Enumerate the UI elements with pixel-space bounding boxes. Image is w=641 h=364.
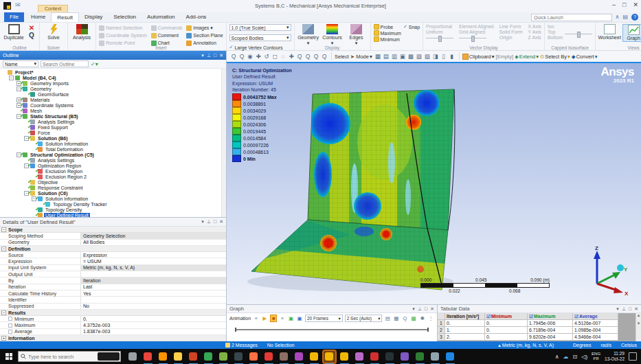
ribbon-tab-selection[interactable]: Selection — [108, 12, 142, 22]
tabular-panel-header[interactable]: Tabular Data ▾ ⊥ □ ✕ — [438, 305, 641, 313]
close-icon[interactable]: ✕ — [219, 53, 223, 58]
taskbar-app-icon[interactable] — [445, 351, 456, 363]
details-property-value[interactable] — [81, 297, 226, 302]
tree-item[interactable]: ✓Mesh — [0, 108, 221, 113]
taskbar-app-icon[interactable] — [384, 351, 396, 363]
options-icon[interactable]: ▤ — [622, 14, 628, 21]
column-header-iter[interactable]: Iteration [m/s²] — [445, 313, 485, 320]
tree-item[interactable]: ✓Force — [0, 130, 221, 135]
tree-item[interactable]: ✓Analysis Settings — [0, 119, 221, 124]
tree-item[interactable]: −✓Structural Optimization (C5) — [0, 152, 221, 157]
tree-item[interactable]: Project* — [0, 69, 221, 75]
tree-item[interactable]: ✓Topology Density — [0, 207, 221, 212]
details-property-value[interactable]: Last — [81, 284, 226, 290]
table-row[interactable]: 10.0.1.7945e-0064.5126e-007 — [438, 320, 641, 327]
taskbar-app-icon[interactable] — [324, 351, 335, 363]
checkbox-icon[interactable]: ☑ — [574, 314, 578, 319]
tree-item[interactable]: ✓Exclusion Region 2 — [0, 174, 221, 179]
details-property-value[interactable]: Iteration — [81, 277, 226, 283]
edge-filter-icon[interactable]: ▤ — [382, 52, 390, 60]
checkbox-icon[interactable]: ☑ — [486, 314, 491, 319]
node-filter-icon[interactable]: ▩ — [407, 52, 415, 60]
panel-menu-icon[interactable]: ▾ — [201, 53, 204, 58]
zoom-in-icon[interactable]: Q — [229, 52, 238, 60]
taskbar-app-icon[interactable] — [233, 351, 245, 363]
close-icon[interactable]: ✕ — [430, 306, 434, 312]
panel-menu-icon[interactable]: ▾ — [201, 219, 204, 225]
float-icon[interactable]: □ — [629, 306, 631, 312]
stop-icon[interactable]: ■ — [270, 315, 277, 322]
maximize-button[interactable]: □ — [622, 1, 626, 8]
details-property-value[interactable]: Metric (m, kg, N, s, V, A) — [81, 265, 226, 271]
table-row[interactable]: 21.0.6.7189e-0041.0985e-004 — [438, 327, 641, 334]
pin-icon[interactable]: ⊥ — [207, 53, 211, 58]
play-icon[interactable]: ▶ — [262, 315, 269, 322]
tree-item[interactable]: ✓Topology Density Tracker — [0, 201, 221, 207]
close-icon[interactable]: ✕ — [634, 306, 638, 312]
float-icon[interactable]: □ — [425, 306, 427, 312]
ribbon-tab-file[interactable]: File — [4, 12, 24, 22]
tree-item[interactable]: ✓Total Deformation — [0, 146, 221, 152]
insert-section-plane-button[interactable]: Section Plane — [186, 33, 223, 38]
column-header-avg[interactable]: ☑Average — [573, 313, 618, 320]
mesh-filter-icon[interactable]: ▧ — [423, 52, 431, 60]
collapse-icon[interactable]: − — [1, 310, 6, 315]
close-icon[interactable]: ✕ — [219, 219, 223, 225]
contours-button[interactable]: Contours▾ — [322, 24, 344, 45]
tree-item[interactable]: +✓Coordinate Systems — [0, 102, 221, 108]
ribbon-tab-automation[interactable]: Automation — [142, 12, 180, 22]
analysis-button[interactable]: Analysis — [71, 24, 93, 41]
model-3d-view[interactable] — [227, 63, 641, 304]
taskbar-app-icon[interactable] — [157, 351, 169, 363]
onedrive-cloud-icon[interactable]: ☁ — [563, 354, 569, 360]
table-row[interactable]: 32.0.9.6202e-0044.5466e-004 — [438, 334, 641, 341]
pan-icon[interactable]: ✚ — [254, 52, 262, 60]
graphics-viewport[interactable]: C: Structural Optimization User Defined … — [227, 63, 641, 304]
zoom-next-icon[interactable]: Q — [320, 52, 328, 60]
tree-item[interactable]: ✓Analysis Settings — [0, 157, 221, 163]
large-vertex-contours-checkbox[interactable]: ✓Large Vertex Contours — [229, 45, 283, 50]
collapse-icon[interactable]: − — [1, 227, 6, 232]
section-icon[interactable]: ▮ — [448, 52, 456, 60]
collapse-ribbon-icon[interactable]: ∧ — [616, 14, 620, 21]
tree-item[interactable]: ✓Solution Information — [0, 141, 221, 146]
skip-end-icon[interactable]: » — [279, 315, 286, 322]
taskbar-app-icon[interactable] — [293, 351, 305, 363]
isosurface-slider[interactable] — [565, 34, 592, 34]
export-frames-icon[interactable]: ▣ — [288, 315, 295, 322]
details-property-value[interactable]: = USUM — [81, 258, 226, 264]
ribbon-tab-addons[interactable]: Add-ons — [181, 12, 212, 22]
grid-icon[interactable]: ▦ — [393, 315, 400, 322]
tree-item[interactable]: ✓Exclusion Region — [0, 168, 221, 174]
extend-filter-icon[interactable]: ◨ — [431, 52, 440, 60]
select-by-dropdown[interactable]: ⊙ Select By▾ — [540, 54, 570, 60]
mode-dropdown[interactable]: ➤ — [350, 54, 355, 60]
details-property-value[interactable]: 0. — [81, 316, 226, 321]
frames-select[interactable]: 20 Frames▾ — [305, 315, 343, 322]
contour-range-icon[interactable]: ▩ — [410, 315, 417, 322]
fit-view-icon[interactable]: ✚ — [287, 52, 295, 60]
insert-images-button[interactable]: Images ▾ — [186, 25, 223, 31]
details-property-value[interactable]: 1.8387e-003 — [81, 329, 226, 334]
probe-chart-icon[interactable]: ✱ — [419, 315, 426, 322]
graph-view-button[interactable]: Graph — [622, 24, 641, 42]
outline-panel-header[interactable]: Outline ▾ ⊥ □ ✕ — [0, 51, 226, 60]
taskbar-app-icon[interactable] — [248, 351, 260, 363]
tree-item[interactable]: −✓Solution (B6) — [0, 135, 221, 141]
taskbar-app-icon[interactable] — [429, 351, 441, 363]
duplicate-button[interactable]: Duplicate — [3, 24, 25, 41]
checkbox-icon[interactable] — [8, 330, 12, 334]
pin-icon[interactable]: ⊥ — [622, 306, 626, 312]
taskbar-app-icon[interactable] — [203, 351, 214, 363]
volume-icon[interactable]: ◁) — [581, 354, 587, 360]
filter-check-dropdown[interactable]: ✓▾ — [91, 61, 98, 67]
taskbar-app-icon[interactable] — [142, 351, 154, 363]
float-icon[interactable]: □ — [214, 219, 216, 225]
quick-launch-input[interactable] — [531, 14, 612, 21]
name-filter-select[interactable]: Name▾ — [3, 60, 38, 67]
solve-button[interactable]: Solve — [43, 24, 65, 41]
box-select-icon[interactable]: ◻ — [271, 52, 279, 60]
checkbox-icon[interactable] — [8, 323, 12, 328]
delete-icon[interactable]: ✕ — [29, 24, 34, 32]
taskbar-app-icon[interactable] — [218, 351, 229, 363]
